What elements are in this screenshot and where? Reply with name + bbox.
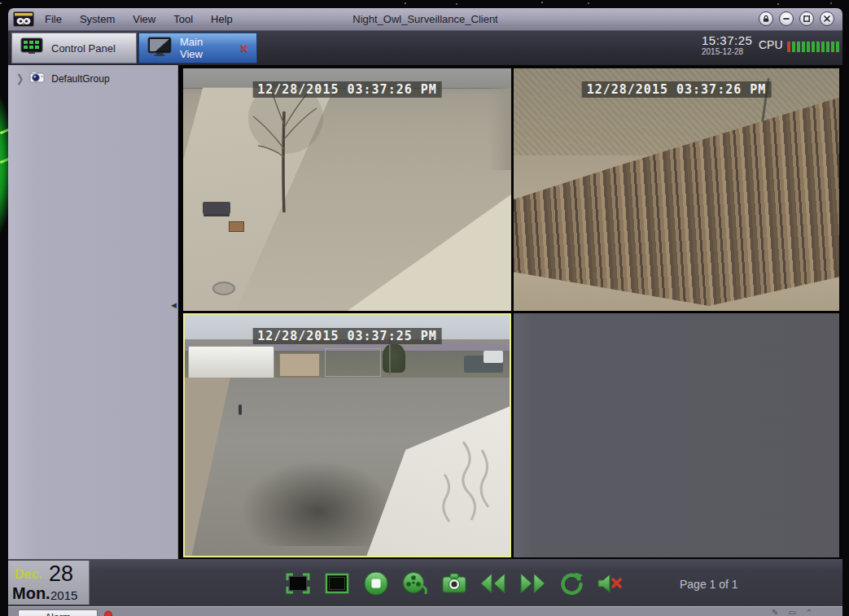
yard-bench xyxy=(203,202,230,214)
cpu-bar xyxy=(836,42,839,52)
status-date: 2015-12-28 xyxy=(702,47,743,56)
cpu-bar xyxy=(831,42,834,52)
camera-2-timestamp: 12/28/2015 03:37:26 PM xyxy=(582,81,772,98)
window-controls xyxy=(759,11,834,26)
tab-main-view-label: Main View xyxy=(180,36,228,60)
fast-forward-icon xyxy=(519,572,546,595)
camera-1-timestamp: 12/28/2015 03:37:26 PM xyxy=(252,81,442,98)
camera-cell-4-empty[interactable] xyxy=(514,313,839,557)
video-grid: 12/28/2015 03:37:26 PM 12/28/2015 03:37:… xyxy=(178,65,842,559)
app-window: File System View Tool Help Night_Owl_Sur… xyxy=(8,8,842,616)
fullscreen-button[interactable] xyxy=(284,570,312,597)
date-year: 2015 xyxy=(50,588,77,602)
wet-patch xyxy=(240,460,396,547)
tab-close-icon[interactable]: ✕ xyxy=(239,42,248,55)
muted-speaker-icon xyxy=(597,572,624,595)
status-strip: Alarm ✎ ▭ ⌃ xyxy=(8,606,842,616)
single-screen-icon xyxy=(325,573,349,594)
cpu-bar xyxy=(821,42,825,52)
camera-snapshot-icon xyxy=(441,572,467,595)
stop-all-button[interactable] xyxy=(362,570,390,597)
cpu-bar xyxy=(826,42,829,52)
date-panel: Dec. 28 Mon. 2015 xyxy=(8,561,90,605)
control-panel-grid-icon xyxy=(20,37,43,59)
snapshot-button[interactable] xyxy=(440,570,468,597)
tree-item-label: DefaultGroup xyxy=(51,73,109,85)
rv-trailer-left xyxy=(188,346,274,378)
camera-cell-3-selected[interactable]: 12/28/2015 03:37:25 PM xyxy=(183,313,511,557)
close-button[interactable] xyxy=(820,11,834,26)
camera-group-icon xyxy=(29,71,46,86)
pen-icon[interactable]: ✎ xyxy=(772,608,778,616)
refresh-loop-icon xyxy=(559,571,584,596)
tree-blob xyxy=(383,344,405,374)
cpu-bar xyxy=(816,42,820,52)
device-tree-sidebar: ❯ DefaultGroup xyxy=(8,65,178,559)
date-month: Dec. xyxy=(15,567,42,582)
arrow-up-icon[interactable]: ⌃ xyxy=(806,608,812,616)
desktop-wallpaper-glow xyxy=(0,73,8,277)
park-building xyxy=(279,353,320,377)
cpu-meter xyxy=(787,42,839,52)
playback-toolbar xyxy=(284,570,624,597)
chevron-right-icon[interactable]: ❯ xyxy=(16,72,24,85)
status-time: 15:37:25 xyxy=(702,33,752,47)
date-weekday: Mon. xyxy=(12,584,50,603)
desktop-dots xyxy=(0,2,2,4)
wooden-box xyxy=(229,221,244,232)
mute-button[interactable] xyxy=(597,570,624,597)
camera-cell-2[interactable]: 12/28/2015 03:37:26 PM xyxy=(514,68,839,311)
window-title: Night_Owl_Surveillance_Client xyxy=(8,13,842,25)
cpu-bar xyxy=(787,42,790,52)
page-indicator: Page 1 of 1 xyxy=(680,578,738,591)
title-bar[interactable]: File System View Tool Help Night_Owl_Sur… xyxy=(8,8,842,31)
previous-page-button[interactable] xyxy=(479,570,507,597)
status-strip-icons: ✎ ▭ ⌃ xyxy=(772,608,812,616)
cpu-bar xyxy=(812,42,815,52)
record-button[interactable] xyxy=(401,570,429,597)
maximize-icon xyxy=(804,16,809,21)
cpu-bar xyxy=(797,42,800,52)
lock-button[interactable] xyxy=(759,11,773,26)
maximize-button[interactable] xyxy=(799,11,814,26)
cpu-bar xyxy=(802,42,805,52)
white-car xyxy=(484,351,503,363)
rv-trailer-center xyxy=(325,348,382,377)
playback-bar: Dec. 28 Mon. 2015 xyxy=(8,559,842,606)
fullscreen-icon xyxy=(286,573,310,594)
tree-item-default-group[interactable]: ❯ DefaultGroup xyxy=(8,65,177,86)
refresh-button[interactable] xyxy=(558,570,585,597)
main-view-monitor-icon xyxy=(147,37,172,60)
close-icon xyxy=(825,16,829,21)
single-screen-button[interactable] xyxy=(323,570,351,597)
cpu-bar xyxy=(807,42,810,52)
camera-cell-1[interactable]: 12/28/2015 03:37:26 PM xyxy=(183,68,511,311)
window-icon[interactable]: ▭ xyxy=(788,608,795,616)
minimize-button[interactable] xyxy=(779,11,794,26)
camera-3-timestamp: 12/28/2015 03:37:25 PM xyxy=(252,328,442,344)
stop-icon xyxy=(363,570,389,596)
tab-main-view[interactable]: Main View ✕ xyxy=(138,33,257,63)
alarm-bell-icon xyxy=(103,609,114,616)
rewind-icon xyxy=(479,572,507,595)
tab-bar: Control Panel Main View ✕ 15:37:25 2015-… xyxy=(8,31,842,65)
wall-graffiti xyxy=(386,426,508,557)
cpu-bar xyxy=(792,42,795,52)
lock-icon xyxy=(764,15,768,18)
tab-control-panel[interactable]: Control Panel xyxy=(11,33,137,63)
building-edge xyxy=(488,88,511,170)
next-page-button[interactable] xyxy=(519,570,546,597)
minimize-icon xyxy=(783,18,789,20)
film-reel-icon xyxy=(401,570,429,596)
tab-control-panel-label: Control Panel xyxy=(51,42,116,55)
alarm-button[interactable]: Alarm xyxy=(18,609,98,616)
cpu-label: CPU xyxy=(759,38,783,51)
sidebar-collapse-arrow-icon[interactable]: ◀ xyxy=(171,301,177,309)
pedestrian xyxy=(239,404,242,415)
date-day: 28 xyxy=(49,561,73,587)
